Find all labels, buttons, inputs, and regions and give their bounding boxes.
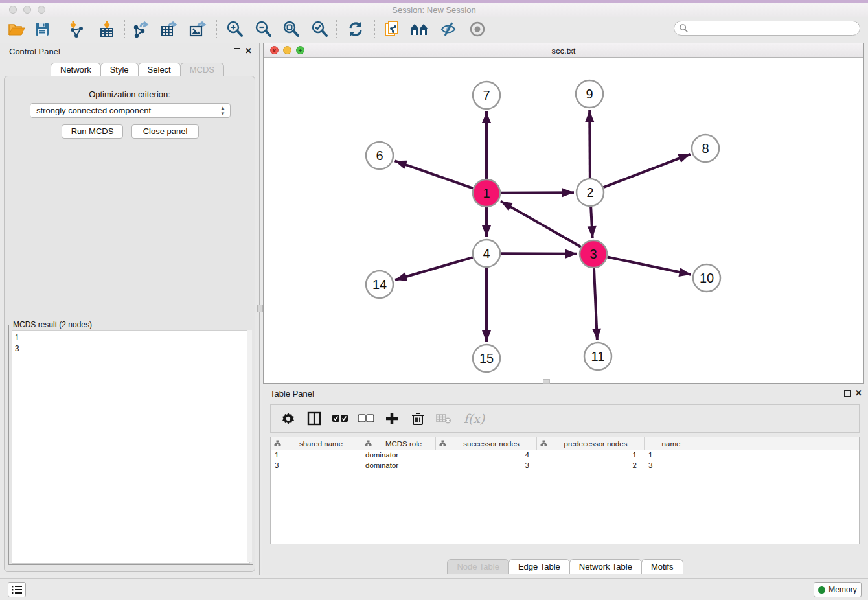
table-body: 1dominator4113dominator323 bbox=[271, 450, 859, 471]
mcds-result-scrollbar[interactable] bbox=[247, 330, 252, 562]
search-input[interactable] bbox=[689, 24, 851, 33]
show-all-icon[interactable] bbox=[466, 19, 488, 38]
cell-shared-name[interactable]: 3 bbox=[271, 461, 361, 471]
zoom-out-icon[interactable] bbox=[252, 19, 274, 38]
list-icon bbox=[11, 584, 23, 595]
delete-table-icon-disabled bbox=[435, 410, 452, 427]
column-panel-icon[interactable] bbox=[306, 410, 323, 427]
edge-2-9[interactable] bbox=[589, 110, 590, 178]
cell-predecessor-nodes[interactable]: 2 bbox=[537, 461, 645, 471]
export-table-icon[interactable] bbox=[158, 19, 180, 38]
hide-selected-icon[interactable] bbox=[437, 19, 459, 38]
tab-style[interactable]: Style bbox=[100, 63, 139, 76]
float-table-panel-icon[interactable] bbox=[844, 390, 851, 397]
node-14[interactable]: 14 bbox=[366, 271, 393, 298]
panel-divider-handle[interactable] bbox=[257, 305, 263, 312]
node-8[interactable]: 8 bbox=[692, 135, 719, 162]
mcds-tab-content: Optimization criterion: strongly connect… bbox=[4, 76, 255, 572]
edge-3-11[interactable] bbox=[594, 268, 597, 340]
table-row[interactable]: 3dominator323 bbox=[271, 461, 859, 471]
svg-text:2: 2 bbox=[586, 185, 593, 200]
table-row[interactable]: 1dominator411 bbox=[271, 450, 859, 461]
memory-label: Memory bbox=[828, 585, 856, 594]
delete-column-icon[interactable] bbox=[409, 410, 426, 427]
node-7[interactable]: 7 bbox=[473, 82, 500, 109]
edge-4-14[interactable] bbox=[395, 257, 473, 280]
svg-text:8: 8 bbox=[702, 141, 709, 156]
column-header-successor-nodes[interactable]: successor nodes bbox=[436, 437, 537, 450]
control-panel-title: Control Panel bbox=[9, 47, 60, 56]
edge-1-6[interactable] bbox=[395, 161, 474, 188]
node-6[interactable]: 6 bbox=[366, 142, 393, 169]
deselect-all-icon[interactable] bbox=[358, 410, 374, 427]
search-field[interactable] bbox=[674, 21, 860, 36]
table-divider-handle[interactable] bbox=[543, 379, 550, 384]
edge-2-3[interactable] bbox=[591, 207, 593, 238]
clone-network-icon[interactable] bbox=[381, 19, 403, 38]
close-panel-icon[interactable]: ✕ bbox=[245, 48, 252, 54]
edge-2-8[interactable] bbox=[604, 154, 691, 187]
cell-name[interactable]: 3 bbox=[645, 461, 698, 471]
app-titlebar: Session: New Session bbox=[0, 0, 868, 17]
node-11[interactable]: 11 bbox=[584, 343, 611, 370]
cell-MCDS-role[interactable]: dominator bbox=[361, 461, 436, 471]
node-10[interactable]: 10 bbox=[693, 264, 720, 292]
cell-predecessor-nodes[interactable]: 1 bbox=[537, 450, 645, 461]
node-table[interactable]: shared nameMCDS rolesuccessor nodesprede… bbox=[270, 437, 860, 544]
node-1[interactable]: 1 bbox=[473, 179, 500, 207]
tab-motifs[interactable]: Motifs bbox=[641, 559, 683, 574]
zoom-selected-icon[interactable] bbox=[308, 19, 330, 38]
add-column-icon[interactable] bbox=[383, 410, 400, 427]
cell-name[interactable]: 1 bbox=[645, 450, 698, 461]
node-9[interactable]: 9 bbox=[576, 80, 603, 108]
svg-text:15: 15 bbox=[479, 351, 494, 365]
open-file-icon[interactable] bbox=[5, 19, 27, 38]
memory-button[interactable]: Memory bbox=[814, 582, 862, 597]
cell-shared-name[interactable]: 1 bbox=[271, 450, 361, 461]
column-header-predecessor-nodes[interactable]: predecessor nodes bbox=[537, 437, 645, 450]
tab-network[interactable]: Network bbox=[51, 63, 101, 76]
toolbar-separator bbox=[336, 20, 337, 38]
svg-text:14: 14 bbox=[372, 277, 387, 292]
run-mcds-button[interactable]: Run MCDS bbox=[62, 124, 123, 139]
import-table-icon[interactable] bbox=[96, 19, 118, 38]
close-table-panel-icon[interactable]: ✕ bbox=[855, 390, 862, 397]
zoom-in-icon[interactable] bbox=[223, 19, 246, 38]
column-header-MCDS-role[interactable]: MCDS role bbox=[361, 437, 436, 450]
network-canvas[interactable]: 7968124314101511 bbox=[264, 58, 863, 384]
tab-mcds[interactable]: MCDS bbox=[180, 63, 224, 76]
node-2[interactable]: 2 bbox=[577, 179, 604, 206]
column-header-shared-name[interactable]: shared name bbox=[271, 437, 361, 450]
select-all-icon[interactable] bbox=[332, 410, 348, 427]
table-settings-gear-icon[interactable] bbox=[280, 410, 297, 427]
refresh-icon[interactable] bbox=[345, 19, 367, 38]
column-header-name[interactable]: name bbox=[645, 437, 698, 450]
float-panel-icon[interactable] bbox=[234, 48, 240, 54]
node-15[interactable]: 15 bbox=[473, 345, 500, 372]
edge-4-3[interactable] bbox=[501, 253, 577, 254]
mcds-result-text[interactable]: 1 3 bbox=[12, 330, 250, 564]
node-4[interactable]: 4 bbox=[473, 240, 500, 267]
cell-MCDS-role[interactable]: dominator bbox=[361, 450, 436, 461]
export-network-icon[interactable] bbox=[130, 19, 152, 38]
tab-edge-table[interactable]: Edge Table bbox=[508, 559, 570, 574]
cell-successor-nodes[interactable]: 4 bbox=[436, 450, 537, 461]
first-neighbors-icon[interactable] bbox=[409, 19, 431, 38]
task-history-button[interactable] bbox=[8, 582, 26, 597]
criterion-dropdown[interactable]: strongly connected component ▲▼ bbox=[30, 103, 231, 118]
export-image-icon[interactable] bbox=[187, 19, 209, 38]
close-panel-button[interactable]: Close panel bbox=[131, 124, 199, 139]
zoom-fit-icon[interactable] bbox=[280, 19, 302, 38]
save-session-icon[interactable] bbox=[31, 19, 53, 38]
network-window-titlebar: x – + scc.txt bbox=[264, 43, 863, 58]
tab-node-table[interactable]: Node Table bbox=[447, 559, 509, 574]
edge-1-2[interactable] bbox=[501, 192, 574, 193]
edge-3-10[interactable] bbox=[608, 257, 691, 275]
edge-3-1[interactable] bbox=[501, 201, 581, 247]
tab-network-table[interactable]: Network Table bbox=[569, 559, 642, 574]
import-network-icon[interactable] bbox=[65, 19, 87, 38]
tab-select[interactable]: Select bbox=[138, 63, 181, 76]
cell-successor-nodes[interactable]: 3 bbox=[436, 461, 537, 471]
svg-text:4: 4 bbox=[483, 246, 490, 260]
node-3[interactable]: 3 bbox=[580, 240, 607, 268]
